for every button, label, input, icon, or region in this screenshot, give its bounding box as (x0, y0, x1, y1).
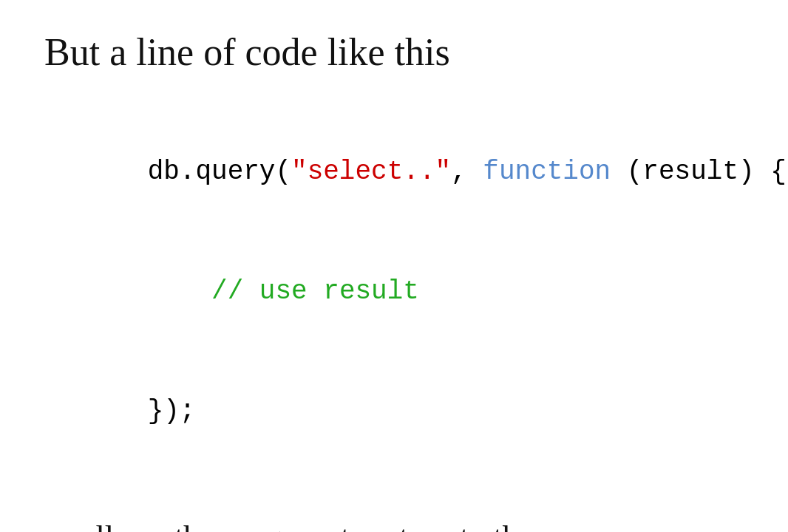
code-comment: // use result (211, 276, 419, 307)
code-line-2: // use result (52, 232, 744, 352)
code-string: "select.." (291, 157, 451, 187)
slide-heading: But a line of code like this (44, 30, 744, 75)
code-block: db.query("select..", function (result) {… (52, 112, 744, 471)
description-block: allows the program to return to the even… (81, 516, 744, 532)
slide-container: But a line of code like this db.query("s… (0, 0, 788, 532)
code-comma: , (451, 157, 483, 187)
code-closing: }); (148, 396, 196, 426)
code-keyword: function (483, 157, 611, 187)
code-suffix: (result) { (611, 157, 787, 187)
code-default-prefix: db.query( (148, 157, 291, 187)
code-line-1: db.query("select..", function (result) { (52, 112, 744, 232)
description-line-1: allows the program to return to the (81, 516, 744, 532)
code-indent (148, 276, 211, 307)
code-line-3: }); (52, 352, 744, 471)
